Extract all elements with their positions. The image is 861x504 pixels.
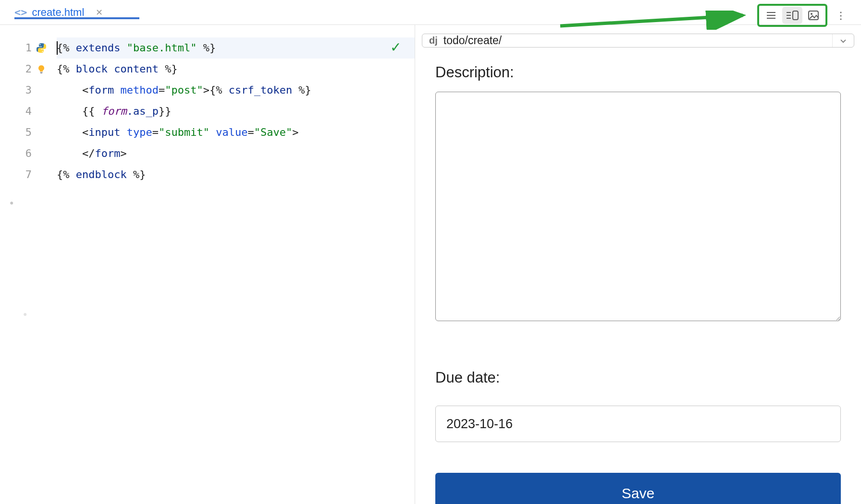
preview-only-view-button[interactable] <box>803 7 824 24</box>
url-dropdown-button[interactable] <box>832 34 847 47</box>
code-line: {{ form.as_p}} <box>57 101 415 122</box>
svg-rect-8 <box>793 11 798 20</box>
preview-pane: dj todo/create/ Description: Due date: S… <box>415 25 861 504</box>
description-input[interactable] <box>435 92 841 321</box>
checkmark-icon[interactable]: ✓ <box>390 39 401 55</box>
html-file-icon: <> <box>14 6 27 18</box>
description-label: Description: <box>435 64 841 81</box>
chevron-down-icon <box>839 37 847 45</box>
file-tab[interactable]: <> create.html ✕ <box>11 6 107 19</box>
image-icon <box>808 10 819 21</box>
toolbar-right: ⋮ <box>757 4 850 27</box>
gutter-marker: ● <box>23 310 27 318</box>
gutter-marker: ● <box>10 199 13 206</box>
code-line: </form> <box>57 143 415 164</box>
active-tab-underline <box>14 17 139 19</box>
due-date-input[interactable] <box>435 406 841 442</box>
split-view-button[interactable] <box>782 7 802 24</box>
url-bar[interactable]: dj todo/create/ <box>422 34 854 48</box>
preview-body: Description: Due date: Save <box>415 48 861 504</box>
code-line: {% endblock %} <box>57 164 415 185</box>
split-icon <box>786 10 799 21</box>
main-area: 1 2 3 4 5 6 7 <box>0 25 861 504</box>
url-text: todo/create/ <box>443 34 826 47</box>
lines-icon <box>766 10 776 21</box>
line-number: 6 <box>0 143 32 164</box>
line-gutter: 1 2 3 4 5 6 7 <box>0 25 36 504</box>
save-button[interactable]: Save <box>435 473 841 504</box>
svg-point-10 <box>811 13 812 15</box>
svg-line-1 <box>560 15 743 26</box>
close-tab-icon[interactable]: ✕ <box>96 7 103 18</box>
django-icon: dj <box>429 35 438 46</box>
code-editor[interactable]: 1 2 3 4 5 6 7 <box>0 25 415 504</box>
code-line: <form method="post">{% csrf_token %} <box>57 80 415 101</box>
line-number: 4 <box>0 101 32 122</box>
due-date-label: Due date: <box>435 369 841 386</box>
editor-only-view-button[interactable] <box>761 7 781 24</box>
line-number: 5 <box>0 122 32 143</box>
line-number: 3 <box>0 80 32 101</box>
code-line: {% extends "base.html" %} <box>57 37 415 59</box>
view-mode-buttons <box>757 4 827 27</box>
code-line: <input type="submit" value="Save"> <box>57 122 415 143</box>
line-number: 2 <box>0 59 32 80</box>
more-options-button[interactable]: ⋮ <box>831 7 850 24</box>
line-number: 1 <box>0 37 32 59</box>
code-line: {% block content %} <box>57 59 415 80</box>
line-number: 7 <box>0 164 32 185</box>
tab-bar: <> create.html ✕ <box>0 0 861 25</box>
code-area[interactable]: {% extends "base.html" %} {% block conte… <box>36 25 415 504</box>
